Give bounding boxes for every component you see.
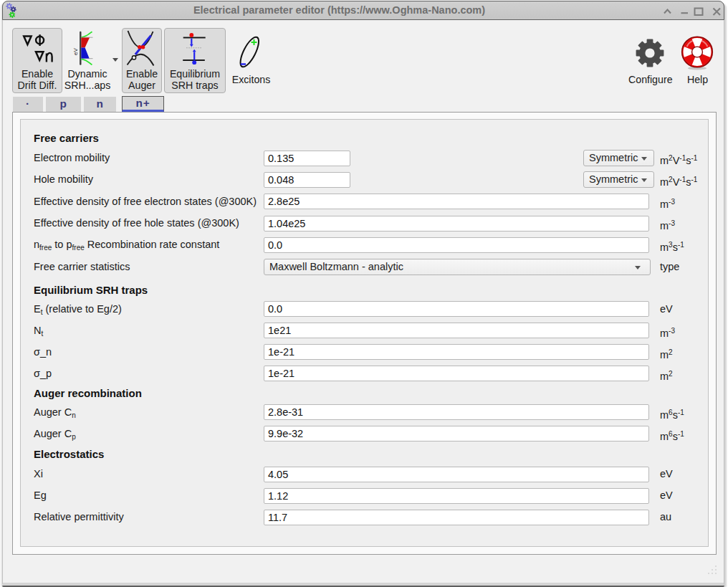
svg-text:eV: eV — [72, 47, 79, 54]
